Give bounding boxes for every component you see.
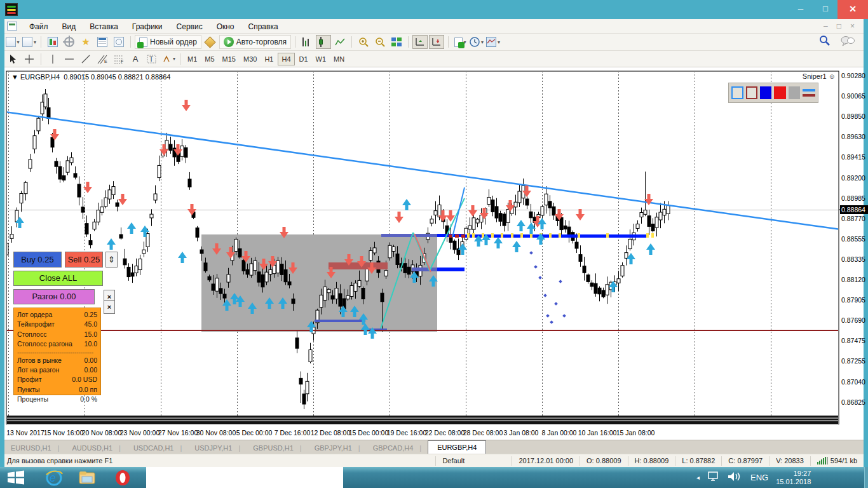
- candle-body: [108, 190, 111, 199]
- candle-body: [116, 203, 119, 207]
- price-tick: 0.89200: [841, 174, 868, 182]
- candle-body: [20, 193, 23, 203]
- price-tick: 0.88985: [841, 194, 868, 202]
- candle-body: [78, 184, 81, 197]
- candle-body: [648, 216, 651, 227]
- panel-row-label: Лот ордера: [17, 310, 52, 320]
- signal-tick: [467, 233, 470, 238]
- file-explorer-icon[interactable]: [78, 468, 97, 487]
- signal-tick: [646, 233, 649, 238]
- tray-expand-icon[interactable]: ◂: [696, 474, 700, 481]
- price-tick: 0.90065: [841, 92, 868, 100]
- start-button[interactable]: [6, 468, 25, 487]
- candle-body: [288, 281, 291, 285]
- tab-USDJPY,H1[interactable]: USDJPY,H1|: [188, 442, 247, 454]
- candle-body: [384, 271, 388, 276]
- candle-body: [227, 274, 230, 282]
- show-desktop-button[interactable]: [864, 467, 868, 488]
- status-profile[interactable]: Default: [435, 456, 512, 466]
- tab-GBPCAD,H4[interactable]: GBPCAD,H4|: [367, 442, 428, 454]
- time-axis[interactable]: 13 Nov 201715 Nov 16:0020 Nov 08:0023 No…: [4, 424, 840, 440]
- current-price-label: 0.88864: [840, 205, 868, 214]
- ea-legend-toolbar[interactable]: [728, 83, 818, 103]
- candle-body: [246, 269, 249, 274]
- candle-body: [468, 226, 471, 229]
- close-all-button[interactable]: Close ALL: [13, 271, 103, 286]
- support-line: [315, 320, 365, 322]
- candle-body: [579, 255, 582, 262]
- price-tick: 0.87255: [841, 357, 868, 365]
- candle-body: [74, 173, 77, 177]
- panel-row-value: 0.00: [85, 356, 97, 365]
- razgon-button[interactable]: Разгон 0.00: [13, 289, 95, 304]
- candle-body: [131, 273, 134, 276]
- legend-box-1[interactable]: [746, 86, 758, 99]
- clock[interactable]: 19:27 15.01.2018: [776, 470, 811, 486]
- tab-AUDUSD,H1[interactable]: AUDUSD,H1|: [65, 442, 126, 454]
- signal-tick: [501, 233, 503, 238]
- panel-row-value: 0.0 %: [80, 395, 97, 404]
- candle-body: [158, 165, 161, 177]
- candle-body: [62, 176, 65, 180]
- ea-watermark: Sniper1 ☺: [763, 72, 836, 80]
- chart-menu-caret[interactable]: ▼: [11, 73, 18, 81]
- volume-icon[interactable]: [726, 470, 743, 485]
- sell-button[interactable]: Sell 0.25: [65, 252, 103, 268]
- internet-explorer-icon[interactable]: e: [44, 468, 64, 487]
- candle-body: [146, 234, 149, 247]
- candle-body: [89, 241, 92, 245]
- candle-body: [139, 259, 142, 270]
- legend-box-0[interactable]: [731, 86, 743, 99]
- candle-body: [208, 276, 211, 280]
- candle-body: [526, 199, 529, 205]
- selection-mark: [529, 251, 533, 255]
- candle-body: [200, 250, 203, 254]
- buy-arrow: [178, 252, 187, 263]
- legend-box-2[interactable]: [760, 86, 771, 99]
- close-panel-button[interactable]: ×: [104, 300, 115, 314]
- signal-tick: [606, 233, 609, 238]
- swap-lines-button[interactable]: ⇕: [105, 252, 118, 268]
- tab-GBPUSD,H1[interactable]: GBPUSD,H1|: [247, 442, 308, 454]
- candle-body: [514, 202, 517, 207]
- network-icon[interactable]: [706, 470, 721, 485]
- signal-tick: [491, 233, 494, 238]
- panel-row: Профит0.0 USD: [17, 375, 97, 384]
- candle-body: [309, 350, 312, 362]
- tab-EURGBP,H4-active[interactable]: EURGBP,H4: [428, 440, 486, 454]
- tab-EURUSD,H1[interactable]: EURUSD,H1|: [4, 442, 65, 454]
- candle-body: [331, 295, 334, 299]
- candle-body: [280, 264, 283, 275]
- ea-settings-panel: Лот ордера0.25Тейкпрофит45.0Стоплосс15.0…: [13, 308, 101, 395]
- panel-row-value: 15.0: [85, 330, 97, 339]
- sell-arrow: [576, 209, 585, 220]
- buy-button[interactable]: Buy 0.25: [13, 252, 62, 268]
- legend-box-3[interactable]: [774, 86, 785, 99]
- candle-body: [335, 288, 338, 299]
- tab-GBPJPY,H1[interactable]: GBPJPY,H1|: [308, 442, 367, 454]
- buy-arrow: [517, 220, 526, 231]
- red-dash: [461, 234, 465, 238]
- tab-USDCAD,H1[interactable]: USDCAD,H1|: [127, 442, 188, 454]
- price-tick: 0.88335: [841, 255, 868, 263]
- opera-icon[interactable]: [113, 468, 132, 487]
- signal-tick: [530, 233, 532, 238]
- date-tick: 15 Dec 00:00: [349, 429, 388, 437]
- price-axis[interactable]: 0.902800.900650.898500.896300.894150.892…: [840, 67, 864, 424]
- candle-body: [327, 289, 330, 292]
- candle-body: [47, 108, 50, 119]
- price-tick: 0.89630: [841, 133, 868, 140]
- candle-body: [663, 209, 666, 215]
- legend-dual-lines[interactable]: [803, 86, 815, 99]
- candle-body: [362, 288, 365, 299]
- candle-body: [323, 287, 327, 301]
- candle-body: [10, 234, 13, 239]
- language-indicator[interactable]: ENG: [750, 473, 768, 482]
- buy-arrow: [402, 199, 411, 210]
- candle-body: [250, 264, 253, 275]
- candle-body: [44, 94, 47, 107]
- candle-body: [66, 161, 69, 172]
- legend-box-4[interactable]: [789, 86, 800, 99]
- candle-body: [119, 234, 123, 238]
- taskbar-open-app[interactable]: [146, 467, 343, 488]
